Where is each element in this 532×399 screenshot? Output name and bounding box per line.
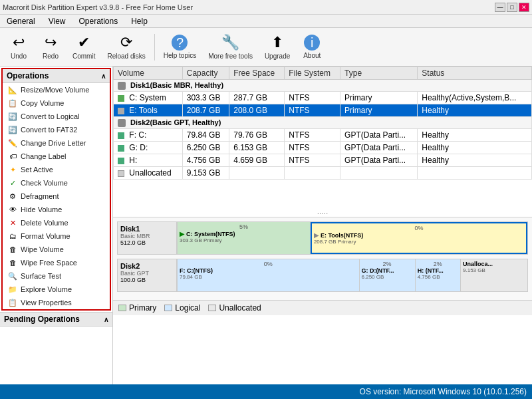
help-topics-button[interactable]: ? Help topics — [159, 33, 201, 61]
disk2-seg-h[interactable]: 2% H: (NTF... 4.756 GB — [416, 259, 461, 291]
change-drive-icon: ✏️ — [8, 138, 17, 148]
op-set-active[interactable]: ✦ Set Active — [3, 163, 110, 176]
op-explore[interactable]: 📁 Explore Volume — [3, 283, 110, 296]
redo-icon: ↪ — [45, 34, 57, 51]
op-resize[interactable]: 📐 Resize/Move Volume — [3, 83, 110, 96]
title-bar: Macrorit Disk Partition Expert v3.9.8 - … — [0, 0, 532, 15]
main-content: Operations ∧ 📐 Resize/Move Volume 📋 Copy… — [0, 66, 532, 384]
vol-c-fs: NTFS — [285, 92, 340, 104]
pending-header[interactable]: Pending Operations ∧ — [0, 312, 112, 327]
table-row[interactable]: C: System 303.3 GB 287.7 GB NTFS Primary… — [114, 92, 532, 104]
disk2-seg-g-pct: 2% — [362, 261, 413, 267]
volume-table-area: Volume Capacity Free Space File System T… — [113, 66, 532, 206]
op-change-drive[interactable]: ✏️ Change Drive Letter — [3, 136, 110, 150]
vol-c-status: Healthy(Active,System,B... — [418, 92, 532, 104]
op-change-label[interactable]: 🏷 Change Label — [3, 150, 110, 163]
menu-view[interactable]: View — [45, 16, 70, 27]
op-properties[interactable]: 📋 View Properties — [3, 296, 110, 309]
disk2-visual-row: Disk2 Basic GPT 100.0 GB 0% F: C:(NTFS) … — [117, 259, 528, 292]
convert-fat32-icon: 🔄 — [8, 125, 17, 134]
vol-h-status: Healthy — [418, 154, 532, 167]
redo-label: Redo — [43, 53, 59, 60]
operations-header[interactable]: Operations ∧ — [3, 69, 110, 83]
menu-operations[interactable]: Operations — [75, 16, 122, 27]
commit-button[interactable]: ✔ Commit — [68, 32, 100, 62]
reload-button[interactable]: ⟳ Reload disks — [102, 32, 150, 62]
more-tools-icon: 🔧 — [221, 34, 239, 51]
toolbar: ↩ Undo ↪ Redo ✔ Commit ⟳ Reload disks ? … — [0, 28, 532, 66]
vol-c-system: C: System — [114, 92, 183, 104]
op-convert-fat32[interactable]: 🔄 Convert to FAT32 — [3, 123, 110, 136]
about-label: About — [303, 52, 321, 59]
disk2-seg-h-label: H: (NTF... — [418, 267, 458, 274]
table-row[interactable]: Unallocated 9.153 GB — [114, 167, 532, 180]
op-copy[interactable]: 📋 Copy Volume — [3, 96, 110, 110]
op-wipe-label: Wipe Volume — [21, 245, 64, 253]
vol-g-freespace: 6.153 GB — [229, 142, 285, 154]
op-wipe-free[interactable]: 🗑 Wipe Free Space — [3, 256, 110, 269]
op-surface-label: Surface Test — [21, 272, 61, 280]
disk2-seg-g[interactable]: 2% G: D:(NTF... 6.250 GB — [360, 259, 416, 291]
op-convert-logical[interactable]: 🔄 Convert to Logical — [3, 110, 110, 123]
about-button[interactable]: i About — [297, 33, 327, 61]
disk1-label-name: Disk1 — [120, 225, 174, 233]
minimize-button[interactable]: — — [495, 3, 505, 12]
undo-icon: ↩ — [13, 34, 25, 51]
status-text: OS version: Microsoft Windows 10 (10.0.1… — [360, 387, 527, 396]
undo-label: Undo — [11, 53, 27, 60]
vol-f-fs: NTFS — [285, 129, 340, 142]
table-row[interactable]: H: 4.756 GB 4.659 GB NTFS GPT(Data Parti… — [114, 154, 532, 167]
vol-e-freespace: 208.0 GB — [229, 104, 285, 117]
op-defrag[interactable]: ⚙ Defragment — [3, 190, 110, 203]
undo-button[interactable]: ↩ Undo — [4, 32, 33, 62]
col-status: Status — [418, 67, 532, 80]
commit-icon: ✔ — [78, 34, 90, 51]
op-check[interactable]: ✓ Check Volume — [3, 176, 110, 190]
legend: Primary Logical Unallocated — [113, 300, 532, 315]
reload-icon: ⟳ — [120, 34, 132, 51]
op-surface[interactable]: 🔍 Surface Test — [3, 269, 110, 283]
about-icon: i — [304, 35, 320, 51]
wipe-free-icon: 🗑 — [8, 258, 17, 267]
title-text: Macrorit Disk Partition Expert v3.9.8 - … — [3, 3, 193, 11]
legend-primary-box — [118, 305, 126, 311]
legend-logical-box — [164, 305, 172, 311]
disk1-seg-c[interactable]: 5% ▶ C: System(NTFS) 303.3 GB Primary — [178, 222, 311, 254]
menu-help[interactable]: Help — [127, 16, 152, 27]
disk2-header: Disk2(Basic GPT, Healthy) — [114, 117, 532, 129]
disk2-seg-unalloc-sub: 9.153 GB — [463, 267, 525, 273]
vol-f-freespace: 79.76 GB — [229, 129, 285, 142]
upgrade-label: Upgrade — [265, 53, 290, 60]
delete-icon: ✕ — [8, 218, 17, 227]
disk1-header: Disk1(Basic MBR, Healthy) — [114, 80, 532, 92]
op-delete[interactable]: ✕ Delete Volume — [3, 216, 110, 229]
disk2-label-size: 100.0 GB — [120, 277, 174, 283]
vol-unalloc-icon — [118, 170, 124, 177]
close-button[interactable]: ✕ — [519, 3, 529, 12]
menu-general[interactable]: General — [3, 16, 39, 27]
disk2-seg-f[interactable]: 0% F: C:(NTFS) 79.84 GB — [178, 259, 360, 291]
copy-icon: 📋 — [8, 98, 17, 108]
divider: ..... — [113, 206, 532, 217]
more-tools-button[interactable]: 🔧 More free tools — [203, 32, 257, 62]
defrag-icon: ⚙ — [8, 192, 17, 201]
op-hide[interactable]: 👁 Hide Volume — [3, 203, 110, 216]
col-type: Type — [340, 67, 418, 80]
vol-unalloc-fs — [285, 167, 340, 180]
commit-label: Commit — [72, 53, 95, 60]
vol-e-type: Primary — [340, 104, 418, 117]
table-row[interactable]: E: Tools 208.7 GB 208.0 GB NTFS Primary … — [114, 104, 532, 117]
op-wipe[interactable]: 🗑 Wipe Volume — [3, 243, 110, 256]
disk1-seg-e[interactable]: 0% ▶ E: Tools(NTFS) 208.7 GB Primary — [311, 222, 527, 254]
vol-h-fs: NTFS — [285, 154, 340, 167]
vol-f-capacity: 79.84 GB — [182, 129, 229, 142]
upgrade-button[interactable]: ⬆ Upgrade — [260, 32, 295, 62]
redo-button[interactable]: ↪ Redo — [36, 32, 65, 62]
disk2-seg-unalloc[interactable]: Unalloca... 9.153 GB — [461, 259, 527, 291]
volume-table: Volume Capacity Free Space File System T… — [113, 66, 532, 180]
table-row[interactable]: F: C: 79.84 GB 79.76 GB NTFS GPT(Data Pa… — [114, 129, 532, 142]
maximize-button[interactable]: □ — [507, 3, 517, 12]
table-row[interactable]: G: D: 6.250 GB 6.153 GB NTFS GPT(Data Pa… — [114, 142, 532, 154]
op-format[interactable]: 🗂 Format Volume — [3, 229, 110, 243]
disk2-seg-h-pct: 2% — [418, 261, 458, 267]
